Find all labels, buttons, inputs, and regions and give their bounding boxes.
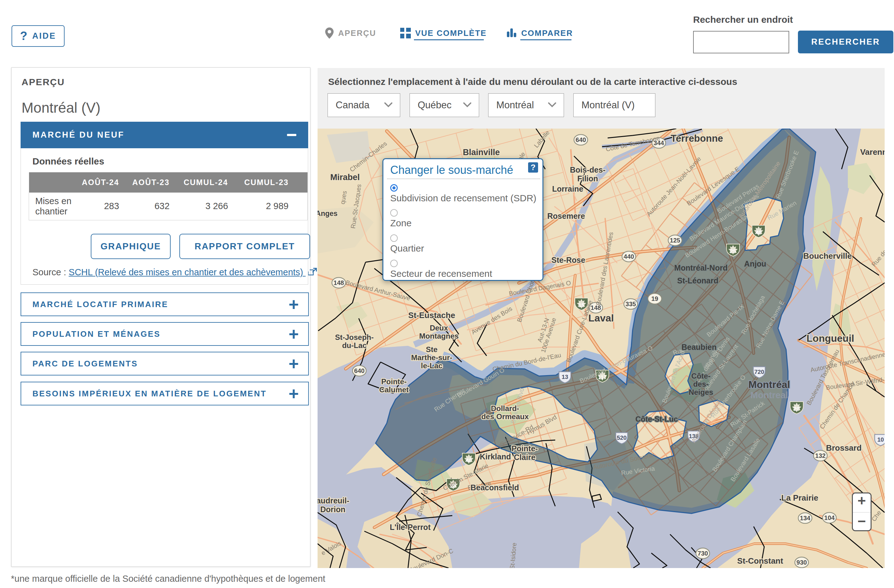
svg-text:40: 40	[756, 230, 762, 236]
svg-text:132: 132	[815, 452, 825, 459]
svg-text:104: 104	[824, 514, 835, 521]
svg-text:des-: des-	[693, 380, 708, 388]
svg-text:Beaconsfield: Beaconsfield	[470, 483, 519, 492]
svg-text:Lorraine: Lorraine	[552, 184, 583, 193]
svg-text:134: 134	[800, 515, 810, 521]
svg-text:Laval: Laval	[588, 313, 614, 323]
svg-text:125: 125	[670, 237, 680, 244]
svg-text:440: 440	[624, 253, 634, 260]
svg-text:20: 20	[794, 406, 800, 412]
svg-text:Calumet: Calumet	[379, 385, 409, 394]
svg-text:La Prairie: La Prairie	[781, 493, 818, 502]
svg-text:Dorion: Dorion	[320, 505, 346, 514]
svg-text:Pointe-: Pointe-	[381, 377, 406, 386]
svg-text:Côte-St-Luc: Côte-St-Luc	[636, 415, 678, 423]
svg-text:Blainville: Blainville	[463, 148, 500, 157]
svg-text:10: 10	[877, 436, 884, 443]
svg-text:Ste: Ste	[426, 345, 437, 354]
svg-text:St-Léonard: St-Léonard	[677, 276, 718, 285]
svg-text:25: 25	[730, 248, 736, 254]
svg-text:930: 930	[796, 559, 806, 566]
svg-text:le-Lac: le-Lac	[421, 361, 442, 370]
svg-text:640: 640	[575, 136, 586, 143]
svg-text:40: 40	[466, 458, 472, 464]
svg-text:Filion: Filion	[577, 174, 598, 183]
svg-text:19: 19	[651, 295, 658, 302]
svg-text:Pointe-: Pointe-	[512, 444, 538, 453]
svg-text:St-Eustache: St-Eustache	[408, 311, 455, 320]
svg-text:13: 13	[562, 373, 568, 380]
svg-text:Beaubien: Beaubien	[681, 343, 717, 351]
svg-text:520: 520	[617, 434, 627, 441]
svg-text:Kirkland: Kirkland	[480, 452, 511, 461]
svg-text:Neiges: Neiges	[689, 388, 713, 396]
svg-text:Montreal: Montreal	[751, 390, 788, 400]
svg-text:Boucherville: Boucherville	[803, 251, 852, 261]
svg-text:audreuil-: audreuil-	[317, 496, 349, 505]
svg-text:640: 640	[354, 367, 364, 374]
svg-text:Claire: Claire	[514, 453, 536, 462]
svg-text:Terrebonne: Terrebonne	[670, 133, 723, 144]
svg-text:St-Joseph-: St-Joseph-	[335, 333, 374, 342]
svg-text:Anjou: Anjou	[744, 259, 766, 268]
svg-text:Ste-Rose: Ste-Rose	[551, 255, 585, 265]
svg-text:Mirabel: Mirabel	[330, 172, 360, 182]
svg-text:Montréal-Nord: Montréal-Nord	[674, 263, 728, 272]
svg-text:730: 730	[698, 550, 708, 557]
svg-text:Anges: Anges	[317, 209, 338, 218]
svg-text:720: 720	[754, 369, 764, 375]
svg-text:15: 15	[578, 302, 584, 308]
svg-text:Rosemere: Rosemere	[547, 212, 585, 220]
svg-text:du-Lac: du-Lac	[342, 341, 367, 349]
svg-text:Dollard-: Dollard-	[491, 404, 519, 413]
svg-text:Montagnes: Montagnes	[419, 332, 459, 340]
svg-text:Brossard: Brossard	[826, 443, 862, 452]
svg-text:335: 335	[625, 301, 636, 307]
svg-text:Côte-: Côte-	[691, 372, 710, 380]
svg-text:des Ormeaux: des Ormeaux	[481, 412, 529, 421]
svg-text:Marthe-sur-: Marthe-sur-	[411, 353, 452, 362]
svg-text:Deux: Deux	[430, 323, 448, 332]
svg-text:148: 148	[334, 279, 344, 286]
svg-text:L'Île-Perrot: L'Île-Perrot	[390, 523, 431, 532]
svg-text:St-Constant: St-Constant	[737, 556, 783, 565]
svg-text:Longueuil: Longueuil	[806, 333, 855, 344]
svg-text:Bois-des-: Bois-des-	[570, 165, 606, 174]
svg-text:Varenne: Varenne	[860, 147, 885, 157]
svg-text:Montréal: Montréal	[748, 379, 790, 390]
